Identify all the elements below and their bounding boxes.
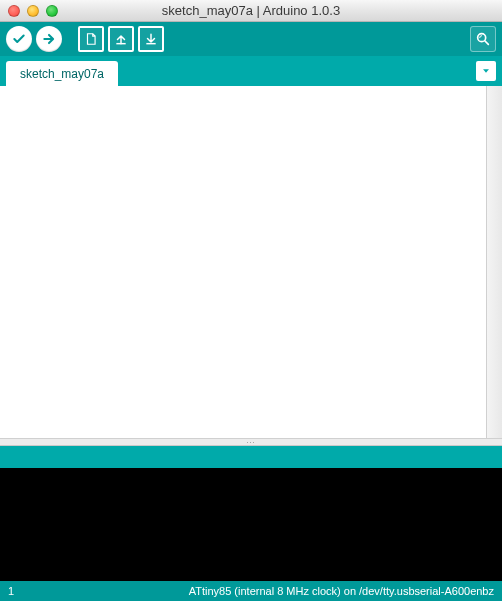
chevron-down-icon xyxy=(481,66,491,76)
split-divider[interactable]: ··· xyxy=(0,438,502,446)
titlebar: sketch_may07a | Arduino 1.0.3 xyxy=(0,0,502,22)
new-button[interactable] xyxy=(78,26,104,52)
window-title: sketch_may07a | Arduino 1.0.3 xyxy=(0,3,502,18)
file-icon xyxy=(84,32,98,46)
upload-button[interactable] xyxy=(36,26,62,52)
save-button[interactable] xyxy=(138,26,164,52)
tab-sketch[interactable]: sketch_may07a xyxy=(6,61,118,86)
toolbar-group-left xyxy=(6,26,62,52)
serial-monitor-button[interactable] xyxy=(470,26,496,52)
magnifier-icon xyxy=(475,31,491,47)
zoom-button[interactable] xyxy=(46,5,58,17)
toolbar xyxy=(0,22,502,56)
arrow-right-icon xyxy=(42,32,56,46)
board-info: ATtiny85 (internal 8 MHz clock) on /dev/… xyxy=(38,585,494,597)
arrow-up-icon xyxy=(114,32,128,46)
check-icon xyxy=(12,32,26,46)
editor-area xyxy=(0,86,502,438)
arrow-down-icon xyxy=(144,32,158,46)
console-output[interactable] xyxy=(0,468,502,581)
open-button[interactable] xyxy=(108,26,134,52)
tab-menu-button[interactable] xyxy=(476,61,496,81)
editor-scrollbar[interactable] xyxy=(486,86,502,438)
minimize-button[interactable] xyxy=(27,5,39,17)
toolbar-group-file xyxy=(78,26,164,52)
line-number: 1 xyxy=(8,585,38,597)
status-bar xyxy=(0,446,502,468)
close-button[interactable] xyxy=(8,5,20,17)
footer: 1 ATtiny85 (internal 8 MHz clock) on /de… xyxy=(0,581,502,601)
window-controls xyxy=(0,5,58,17)
verify-button[interactable] xyxy=(6,26,32,52)
code-editor[interactable] xyxy=(0,86,486,438)
tabbar: sketch_may07a xyxy=(0,56,502,86)
